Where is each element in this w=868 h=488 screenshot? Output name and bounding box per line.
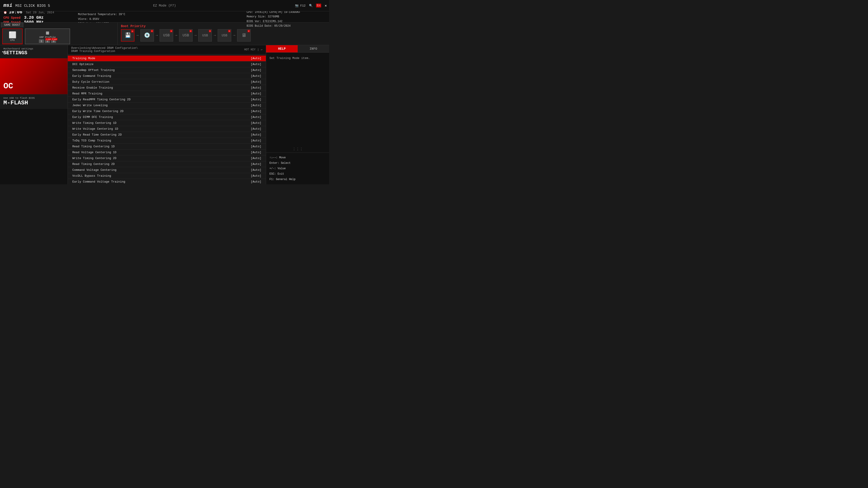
setting-name-12: Write Voltage Centering 1D (72, 127, 118, 131)
boot-arrow-4: → (194, 33, 197, 37)
table-row[interactable]: Early Read Time Centering 2D [Auto] (68, 132, 266, 138)
boot-device-4[interactable]: USB U (179, 29, 193, 41)
boot-device-5-badge: U (209, 30, 211, 32)
hotkey-label: HOT KEY (244, 48, 255, 51)
tab-help[interactable]: HELP (266, 45, 298, 53)
screenshot-icon[interactable]: 📷 F12 (295, 4, 306, 7)
boot-arrow-5: → (214, 33, 216, 37)
sidebar-item-mflash[interactable]: Use USB to flash BIOS M-FLASH (0, 94, 68, 109)
cpu-speed-value: 3.20 GHz (24, 15, 43, 20)
table-row[interactable]: Command Voltage Centering [Auto] (68, 167, 266, 173)
boot-device-7-badge: U (248, 30, 250, 32)
boot-device-1[interactable]: 💾 U (121, 29, 134, 41)
setting-name-15: Read Timing Centering 1D (72, 145, 115, 148)
table-row[interactable]: Early Write Time Centering 2D [Auto] (68, 108, 266, 114)
breadcrumb-path: Overclocking\Advanced DRAM Configuration… (71, 46, 138, 53)
table-row[interactable]: SenseAmp Offset Training [Auto] (68, 67, 266, 73)
table-row[interactable]: Early Command Training [Auto] (68, 73, 266, 79)
sidebar-item-oc[interactable]: OC (0, 58, 68, 94)
xmp-profile-section[interactable]: ▦ XMP Profile 1 2 1 user 3 2 user (25, 29, 70, 44)
setting-name-2: SenseAmp Offset Training (72, 68, 115, 72)
boot-device-7[interactable]: 🖥 U (237, 29, 251, 41)
cpu-boost-button[interactable]: ⬜ CPU (2, 29, 23, 44)
ez-mode-button[interactable]: EZ Mode (F7) (153, 4, 176, 7)
table-row[interactable]: Early DIMM DFE Training [Auto] (68, 114, 266, 120)
table-row[interactable]: DCC Optimize [Auto] (68, 61, 266, 67)
game-boost-tab[interactable]: GAME BOOST (1, 23, 23, 27)
close-button[interactable]: ✕ (324, 3, 327, 8)
table-row[interactable]: Early ReadMPR Timing Centering 2D [Auto] (68, 97, 266, 103)
table-row[interactable]: Write Timing Centering 1D [Auto] (68, 120, 266, 126)
table-row[interactable]: Jedec Write Leveling [Auto] (68, 103, 266, 108)
table-row[interactable]: Read MPR Training [Auto] (68, 91, 266, 97)
help-enter: Enter: Select (270, 162, 291, 165)
setting-name-1: DCC Optimize (72, 63, 94, 66)
back-icon[interactable]: ↩ (261, 48, 262, 52)
setting-value-19: [Auto] (251, 168, 261, 172)
setting-value-7: [Auto] (251, 98, 261, 101)
mflash-title: M-FLASH (3, 99, 64, 106)
breadcrumb-main: Overclocking\Advanced DRAM Configuration… (71, 46, 138, 50)
table-row[interactable]: Duty Cycle Correction [Auto] (68, 79, 266, 85)
cpu-icon: ⬜ (8, 31, 17, 39)
language-selector[interactable]: En (316, 4, 321, 7)
oc-title: OC (3, 82, 64, 91)
xmp-buttons: 1 2 1 user 3 2 user (39, 39, 56, 43)
cursor-indicator: ↖ (2, 49, 4, 54)
sidebar: ↖ Motherboard settings SETTINGS OC Use U… (0, 45, 68, 184)
boot-device-2-badge: U (151, 30, 153, 32)
boot-device-2[interactable]: 💿 U (141, 29, 154, 41)
setting-name-16: Read Voltage Centering 1D (72, 151, 116, 154)
setting-value-8: [Auto] (251, 104, 261, 107)
app-title: MSI CLICK BIOS 5 (16, 4, 50, 8)
setting-name-0: Training Mode (72, 57, 95, 60)
boot-device-3-icon: USB (163, 33, 170, 37)
boot-device-6[interactable]: USB U (218, 29, 231, 41)
cpu-speed-label: CPU Speed (3, 16, 21, 20)
content-area: Overclocking\Advanced DRAM Configuration… (68, 45, 266, 184)
table-row[interactable]: Write Timing Centering 2D [Auto] (68, 156, 266, 161)
settings-table[interactable]: Training Mode [Auto] DCC Optimize [Auto]… (68, 55, 266, 184)
sidebar-item-settings[interactable]: ↖ Motherboard settings SETTINGS (0, 45, 68, 58)
header-controls: 📷 F12 🔍 En ✕ (295, 3, 327, 8)
setting-name-20: VccDLL Bypass Training (72, 174, 111, 177)
table-row[interactable]: Read Timing Centering 2D [Auto] (68, 161, 266, 167)
xmp-btn-1[interactable]: 1 (39, 39, 44, 43)
table-row[interactable]: Read Timing Centering 1D [Auto] (68, 144, 266, 150)
boot-device-1-badge: U (131, 30, 133, 33)
boot-device-7-icon: 🖥 (241, 32, 246, 38)
settings-title: SETTINGS (3, 50, 64, 56)
help-footer: ↑↓←→: Move Enter: Select +/-: Value ESC:… (266, 153, 329, 184)
xmp-btn-2[interactable]: 2 1 user (45, 39, 50, 43)
setting-name-3: Early Command Training (72, 74, 111, 78)
setting-value-20: [Auto] (251, 174, 261, 177)
table-row[interactable]: Read Voltage Centering 1D [Auto] (68, 150, 266, 156)
search-icon[interactable]: 🔍 (309, 4, 313, 7)
boot-device-3-badge: U (170, 30, 173, 32)
table-row[interactable]: Early Command Voltage Training [Auto] (68, 179, 266, 184)
cpu-speed-row: CPU Speed 3.20 GHz (3, 15, 71, 20)
setting-value-6: [Auto] (251, 92, 261, 95)
setting-name-7: Early ReadMPR Timing Centering 2D (72, 98, 130, 101)
table-row[interactable]: VccDLL Bypass Training [Auto] (68, 173, 266, 179)
main-layout: ↖ Motherboard settings SETTINGS OC Use U… (0, 45, 329, 184)
boot-priority-title: Boot Priority (121, 24, 326, 28)
xmp-btn-3[interactable]: 3 2 user (51, 39, 56, 43)
boot-device-5[interactable]: USB U (198, 29, 212, 41)
setting-value-0: [Auto] (251, 57, 261, 60)
breadcrumb-sub: DRAM Training Configuration (71, 50, 138, 53)
setting-name-14: TxDq TCO Comp Training (72, 139, 111, 142)
table-row[interactable]: Write Voltage Centering 1D [Auto] (68, 126, 266, 132)
header: msi MSI CLICK BIOS 5 EZ Mode (F7) 📷 F12 … (0, 0, 329, 11)
table-row[interactable]: Training Mode [Auto] (68, 56, 266, 61)
setting-value-13: [Auto] (251, 133, 261, 136)
boot-device-3[interactable]: USB U (160, 29, 173, 41)
table-row[interactable]: Receive Enable Training [Auto] (68, 85, 266, 91)
boot-device-4-icon: USB (182, 33, 189, 37)
tab-info[interactable]: INFO (298, 45, 329, 53)
system-info-bar: ⏰ 10:06 Sat 29 Jun, 2024 CPU Speed 3.20 … (0, 11, 329, 23)
setting-value-3: [Auto] (251, 74, 261, 78)
boost-icons: ⬜ CPU ▦ XMP Profile 1 2 1 user 3 2 user (0, 27, 117, 45)
game-boost-section: GAME BOOST ⬜ CPU ▦ XMP Profile 1 2 1 use… (0, 23, 118, 45)
table-row[interactable]: TxDq TCO Comp Training [Auto] (68, 138, 266, 144)
